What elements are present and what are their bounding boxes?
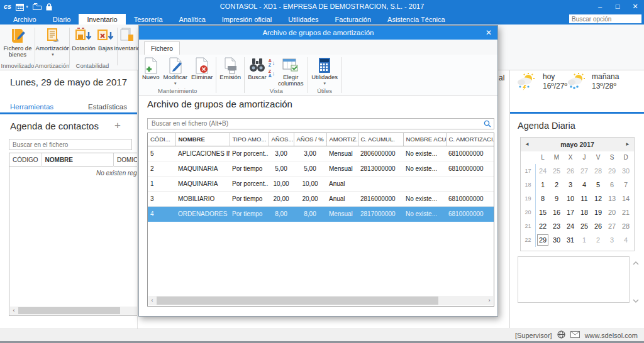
globe-icon[interactable] (557, 330, 565, 340)
sort-descending-button[interactable]: ZA ↓ (269, 69, 275, 78)
col-amortizacion[interactable]: AMORTIZ... (326, 133, 358, 146)
table-row[interactable]: 1MAQUINARIAPor porcent...10,0010,00Anual (148, 176, 494, 191)
col-anos-porcentaje[interactable]: AÑOS / % ... (294, 133, 326, 146)
calendar-next-icon[interactable]: ► (623, 138, 633, 151)
calendar-day[interactable]: 2 (550, 178, 564, 192)
calendar-day[interactable]: 8 (536, 192, 550, 205)
calendar-prev-icon[interactable]: ◄ (522, 138, 532, 151)
dotacion-button[interactable]: Dotación (72, 26, 96, 62)
menu-tab-inventario[interactable]: Inventario (79, 14, 125, 25)
sort-ascending-button[interactable]: AZ ↓ (269, 58, 275, 67)
calendar-day[interactable]: 9 (550, 192, 564, 205)
col-cuenta-amortizacion[interactable]: C. AMORTIZACI... (446, 133, 494, 146)
calendar-day[interactable]: 31 (564, 233, 577, 247)
option-search-input[interactable] (569, 14, 641, 23)
calendar-day[interactable]: 16 (550, 205, 564, 219)
buscar-button[interactable]: Buscar (246, 56, 269, 81)
calendar-day[interactable]: 3 (564, 178, 577, 192)
table-row[interactable]: 2MAQUINARIAPor tiempo5,005,00Mensual2813… (148, 161, 494, 176)
notes-scroll-down-icon[interactable] (632, 295, 641, 303)
tab-herramientas[interactable]: Herramientas (10, 103, 53, 111)
dialog-tab-fichero[interactable]: Fichero (144, 41, 180, 55)
table-row[interactable]: 5APLICACIONES INFO...Por porcent...3,003… (148, 146, 494, 161)
calendar-day[interactable]: 4 (577, 178, 591, 192)
calendar-day[interactable]: 27 (605, 219, 619, 233)
calendar-day[interactable]: 29 (605, 164, 619, 178)
calendar-day[interactable]: 14 (619, 192, 633, 205)
app-logo-icon[interactable]: cs (4, 0, 11, 13)
calendar-day[interactable]: 13 (605, 192, 619, 205)
calendar-day[interactable]: 4 (619, 233, 633, 247)
modificar-button[interactable]: Modificar ▼ (161, 56, 189, 87)
col-anos[interactable]: AÑOS... (269, 133, 294, 146)
tab-estadisticas[interactable]: Estadísticas (88, 103, 127, 111)
utilidades-button[interactable]: Utilidades ▼ (309, 56, 340, 87)
col-nombre[interactable]: NOMBRE (175, 133, 230, 146)
calendar-day[interactable]: 1 (536, 178, 550, 192)
scroll-thumb[interactable] (157, 297, 438, 305)
folder-icon[interactable] (33, 3, 42, 10)
calendar-day[interactable]: 21 (619, 205, 633, 219)
menu-tab-archivo[interactable]: Archivo (5, 14, 45, 25)
calendar-day-selected[interactable]: 29 (536, 233, 550, 247)
calendar-day[interactable]: 24 (564, 219, 577, 233)
calendar-day[interactable]: 6 (605, 178, 619, 192)
add-contact-button[interactable]: + (114, 119, 121, 132)
calendar-day[interactable]: 15 (536, 205, 550, 219)
scroll-thumb[interactable] (18, 307, 120, 314)
inventario-button[interactable]: Inventario (113, 26, 142, 62)
menu-tab-asistencia-tecnica[interactable]: Asistencia Técnica (379, 14, 453, 25)
menu-tab-analitica[interactable]: Analítica (171, 14, 214, 25)
mail-icon[interactable] (570, 331, 580, 339)
dialog-header[interactable]: Archivo de grupos de amortización ✕ (139, 26, 497, 40)
calendar-day[interactable]: 20 (605, 205, 619, 219)
col-cuenta-acumulada[interactable]: C. ACUMUL. (358, 133, 403, 146)
menu-tab-facturacion[interactable]: Facturación (327, 14, 379, 25)
calendar-day[interactable]: 12 (591, 192, 605, 205)
calendar-day[interactable]: 26 (564, 164, 577, 178)
file-search-input[interactable] (147, 118, 494, 129)
calendar-day[interactable]: 22 (536, 219, 550, 233)
notes-scroll-up-icon[interactable] (632, 258, 641, 265)
table-hscrollbar[interactable]: ‹ › (148, 296, 493, 305)
calendar-day[interactable]: 2 (591, 233, 605, 247)
close-button[interactable]: ✕ (626, 0, 644, 13)
col-tipo-amortizacion[interactable]: TIPO AMO... (230, 133, 269, 146)
calendar-quick-caret-icon[interactable]: ▾ (26, 4, 28, 9)
menu-tab-diario[interactable]: Diario (45, 14, 79, 25)
menu-tab-tesoreria[interactable]: Tesorería (126, 14, 171, 25)
dialog-close-button[interactable]: ✕ (486, 26, 492, 40)
col-codigo[interactable]: CÓDI... (148, 133, 175, 146)
calendar-day[interactable]: 17 (564, 205, 577, 219)
calendar-day[interactable]: 3 (605, 233, 619, 247)
calendar-quick-icon[interactable] (16, 3, 24, 11)
lock-icon[interactable] (46, 3, 52, 11)
menu-tab-utilidades[interactable]: Utilidades (280, 14, 326, 25)
amortizacion-button[interactable]: Amortización ▼ (38, 26, 68, 62)
emision-button[interactable]: Emisión (218, 56, 243, 81)
col-domicilio[interactable]: DOMICILIO (114, 153, 138, 166)
nuevo-button[interactable]: Nuevo (140, 56, 161, 81)
table-row-selected[interactable]: 4ORDENADORESPor tiempo8,008,00Mensual281… (148, 206, 494, 221)
menu-tab-impresion-oficial[interactable]: Impresión oficial (214, 14, 280, 25)
col-codigo[interactable]: CÓDIGO (9, 153, 42, 166)
col-nombre-acumulada[interactable]: NOMBRE ACUM. (403, 133, 446, 146)
agenda-notes-area[interactable] (518, 256, 630, 303)
calendar-day[interactable]: 25 (577, 219, 591, 233)
calendar-day[interactable]: 26 (591, 219, 605, 233)
calendar-day[interactable]: 5 (591, 178, 605, 192)
calendar-day[interactable]: 19 (591, 205, 605, 219)
status-website-link[interactable]: www.sdelsol.com (585, 332, 638, 339)
contacts-hscrollbar[interactable]: ‹ (10, 307, 138, 315)
calendar-day[interactable]: 11 (577, 192, 591, 205)
col-nombre[interactable]: NOMBRE (42, 153, 114, 166)
fichero-de-bienes-button[interactable]: Fichero de bienes (3, 26, 33, 62)
scroll-right-arrow[interactable]: › (486, 296, 493, 304)
calendar-day[interactable]: 10 (564, 192, 577, 205)
search-magnifier-icon[interactable] (484, 119, 491, 130)
scroll-left-arrow[interactable]: ‹ (148, 296, 156, 304)
minimize-button[interactable]: – (591, 0, 609, 13)
calendar-day[interactable]: 1 (577, 233, 591, 247)
calendar-day[interactable]: 28 (619, 219, 633, 233)
eliminar-button[interactable]: Eliminar (189, 56, 214, 81)
